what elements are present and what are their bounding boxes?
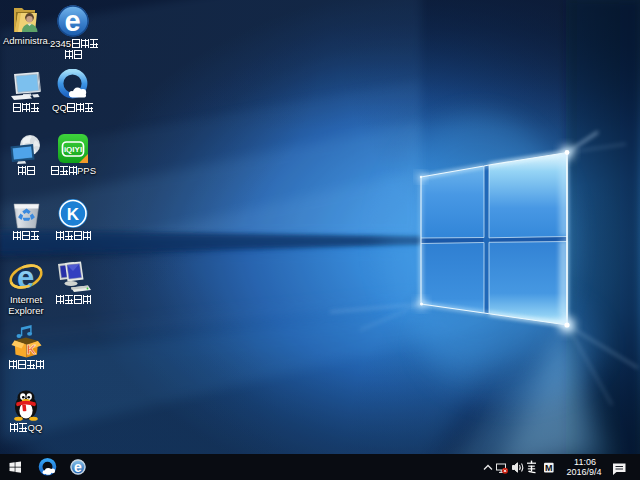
svg-text:e: e bbox=[74, 459, 82, 475]
svg-text:K: K bbox=[27, 342, 37, 357]
svg-text:e: e bbox=[64, 5, 80, 37]
svg-text:K: K bbox=[67, 205, 80, 224]
svg-text:iQIYI: iQIYI bbox=[64, 145, 82, 154]
